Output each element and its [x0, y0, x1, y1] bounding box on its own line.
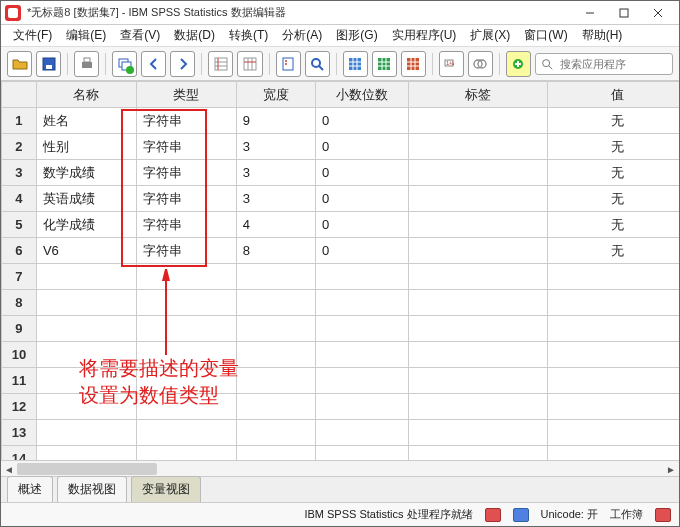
- cell-decimals[interactable]: [315, 264, 408, 290]
- table-row[interactable]: 2性别字符串30无无: [2, 134, 680, 160]
- cell-values[interactable]: [548, 420, 679, 446]
- cell-decimals[interactable]: [315, 420, 408, 446]
- header-label[interactable]: 标签: [408, 82, 548, 108]
- menu-extensions[interactable]: 扩展(X): [464, 25, 516, 46]
- header-name[interactable]: 名称: [36, 82, 136, 108]
- cell-label[interactable]: [408, 186, 548, 212]
- cell-name[interactable]: [36, 316, 136, 342]
- cell-width[interactable]: 3: [236, 186, 315, 212]
- menu-utilities[interactable]: 实用程序(U): [386, 25, 463, 46]
- table-row[interactable]: 4英语成绩字符串30无无: [2, 186, 680, 212]
- cell-width[interactable]: 9: [236, 108, 315, 134]
- cell-type[interactable]: 字符串: [136, 238, 236, 264]
- menu-help[interactable]: 帮助(H): [576, 25, 629, 46]
- table-row[interactable]: 1姓名字符串90无无: [2, 108, 680, 134]
- cell-values[interactable]: [548, 316, 679, 342]
- cell-values[interactable]: [548, 264, 679, 290]
- cell-decimals[interactable]: [315, 342, 408, 368]
- search-input[interactable]: [558, 57, 668, 71]
- scroll-thumb[interactable]: [17, 463, 157, 475]
- cell-width[interactable]: 4: [236, 212, 315, 238]
- table-row[interactable]: 9: [2, 316, 680, 342]
- cell-width[interactable]: [236, 420, 315, 446]
- cell-width[interactable]: [236, 394, 315, 420]
- row-number[interactable]: 14: [2, 446, 37, 461]
- cell-label[interactable]: [408, 446, 548, 461]
- cell-decimals[interactable]: 0: [315, 108, 408, 134]
- cell-values[interactable]: [548, 394, 679, 420]
- menu-data[interactable]: 数据(D): [168, 25, 221, 46]
- menu-view[interactable]: 查看(V): [114, 25, 166, 46]
- cell-type[interactable]: [136, 290, 236, 316]
- cell-type[interactable]: [136, 446, 236, 461]
- cell-width[interactable]: [236, 290, 315, 316]
- minimize-button[interactable]: [573, 3, 607, 23]
- weight-cases-button[interactable]: [372, 51, 397, 77]
- cell-label[interactable]: [408, 134, 548, 160]
- table-row[interactable]: 14: [2, 446, 680, 461]
- cell-decimals[interactable]: 0: [315, 134, 408, 160]
- cell-decimals[interactable]: 0: [315, 212, 408, 238]
- cell-width[interactable]: [236, 316, 315, 342]
- scroll-left-icon[interactable]: ◄: [1, 461, 17, 477]
- find-button[interactable]: [305, 51, 330, 77]
- cell-name[interactable]: 化学成绩: [36, 212, 136, 238]
- cell-values[interactable]: [548, 368, 679, 394]
- cell-name[interactable]: [36, 264, 136, 290]
- header-values[interactable]: 值: [548, 82, 679, 108]
- undo-button[interactable]: [141, 51, 166, 77]
- cell-width[interactable]: [236, 446, 315, 461]
- cell-type[interactable]: 字符串: [136, 186, 236, 212]
- cell-label[interactable]: [408, 420, 548, 446]
- row-number[interactable]: 13: [2, 420, 37, 446]
- cell-label[interactable]: [408, 394, 548, 420]
- print-button[interactable]: [74, 51, 99, 77]
- close-button[interactable]: [641, 3, 675, 23]
- row-number[interactable]: 3: [2, 160, 37, 186]
- cell-label[interactable]: [408, 342, 548, 368]
- value-labels-button[interactable]: 1¼: [439, 51, 464, 77]
- cell-decimals[interactable]: [315, 446, 408, 461]
- cell-values[interactable]: 无: [548, 108, 679, 134]
- cell-width[interactable]: [236, 264, 315, 290]
- cell-decimals[interactable]: 0: [315, 238, 408, 264]
- cell-values[interactable]: 无: [548, 212, 679, 238]
- cell-label[interactable]: [408, 264, 548, 290]
- run-button[interactable]: [506, 51, 531, 77]
- row-number[interactable]: 6: [2, 238, 37, 264]
- use-sets-button[interactable]: [468, 51, 493, 77]
- header-width[interactable]: 宽度: [236, 82, 315, 108]
- cell-values[interactable]: 无: [548, 134, 679, 160]
- recent-dialogs-button[interactable]: [112, 51, 137, 77]
- table-row[interactable]: 5化学成绩字符串40无无: [2, 212, 680, 238]
- row-number[interactable]: 11: [2, 368, 37, 394]
- row-number[interactable]: 4: [2, 186, 37, 212]
- header-row-number[interactable]: [2, 82, 37, 108]
- cell-width[interactable]: [236, 368, 315, 394]
- horizontal-scrollbar[interactable]: ◄ ►: [1, 460, 679, 476]
- row-number[interactable]: 7: [2, 264, 37, 290]
- cell-values[interactable]: 无: [548, 238, 679, 264]
- cell-name[interactable]: 姓名: [36, 108, 136, 134]
- cell-values[interactable]: [548, 446, 679, 461]
- cell-name[interactable]: [36, 446, 136, 461]
- table-row[interactable]: 7: [2, 264, 680, 290]
- cell-width[interactable]: 3: [236, 134, 315, 160]
- search-box[interactable]: [535, 53, 673, 75]
- cell-label[interactable]: [408, 160, 548, 186]
- table-row[interactable]: 3数学成绩字符串30无无: [2, 160, 680, 186]
- tab-data-view[interactable]: 数据视图: [57, 476, 127, 502]
- redo-button[interactable]: [170, 51, 195, 77]
- cell-width[interactable]: [236, 342, 315, 368]
- row-number[interactable]: 12: [2, 394, 37, 420]
- menu-window[interactable]: 窗口(W): [518, 25, 573, 46]
- cell-type[interactable]: 字符串: [136, 160, 236, 186]
- cell-label[interactable]: [408, 212, 548, 238]
- cell-name[interactable]: V6: [36, 238, 136, 264]
- row-number[interactable]: 1: [2, 108, 37, 134]
- menu-transform[interactable]: 转换(T): [223, 25, 274, 46]
- menu-graphs[interactable]: 图形(G): [330, 25, 383, 46]
- table-row[interactable]: 13: [2, 420, 680, 446]
- header-type[interactable]: 类型: [136, 82, 236, 108]
- cell-values[interactable]: 无: [548, 186, 679, 212]
